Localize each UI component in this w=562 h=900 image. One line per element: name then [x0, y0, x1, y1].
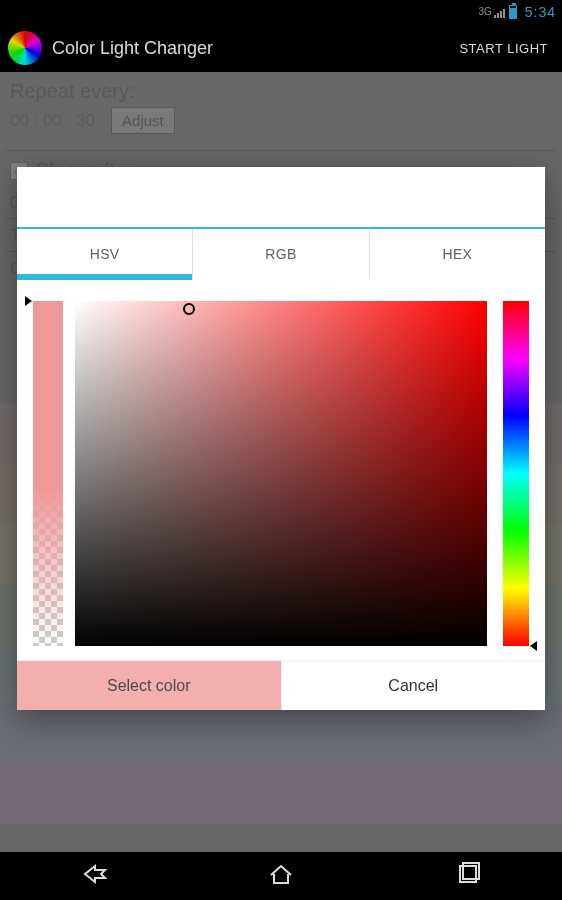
status-clock: 5:34 [525, 4, 556, 20]
network-indicator: 3G [478, 6, 504, 18]
cancel-button[interactable]: Cancel [281, 661, 546, 710]
navigation-bar [0, 852, 562, 900]
action-bar: Color Light Changer START LIGHT [0, 24, 562, 72]
hue-thumb-icon[interactable] [530, 641, 537, 651]
dialog-header [17, 167, 545, 229]
sv-cursor-icon[interactable] [183, 303, 195, 315]
picker-tabs: HSV RGB HEX [17, 229, 545, 279]
signal-bars-icon [494, 6, 505, 18]
alpha-slider[interactable] [33, 301, 63, 646]
alpha-thumb-icon[interactable] [25, 296, 32, 306]
tab-rgb[interactable]: RGB [192, 229, 368, 279]
status-bar: 3G 5:34 [0, 0, 562, 24]
back-button[interactable] [79, 859, 109, 893]
hue-slider[interactable] [503, 301, 529, 646]
app-icon [8, 31, 42, 65]
color-picker-dialog: HSV RGB HEX Select color Cancel [17, 167, 545, 710]
home-button[interactable] [266, 859, 296, 893]
select-color-button[interactable]: Select color [17, 661, 281, 710]
picker-area [17, 279, 545, 660]
network-label: 3G [478, 6, 491, 17]
recents-button[interactable] [453, 859, 483, 893]
start-light-button[interactable]: START LIGHT [453, 41, 554, 56]
dialog-buttons: Select color Cancel [17, 660, 545, 710]
saturation-value-field[interactable] [75, 301, 487, 646]
tab-hsv[interactable]: HSV [17, 229, 192, 279]
battery-icon [509, 5, 517, 19]
app-title: Color Light Changer [52, 38, 453, 59]
tab-hex[interactable]: HEX [369, 229, 545, 279]
